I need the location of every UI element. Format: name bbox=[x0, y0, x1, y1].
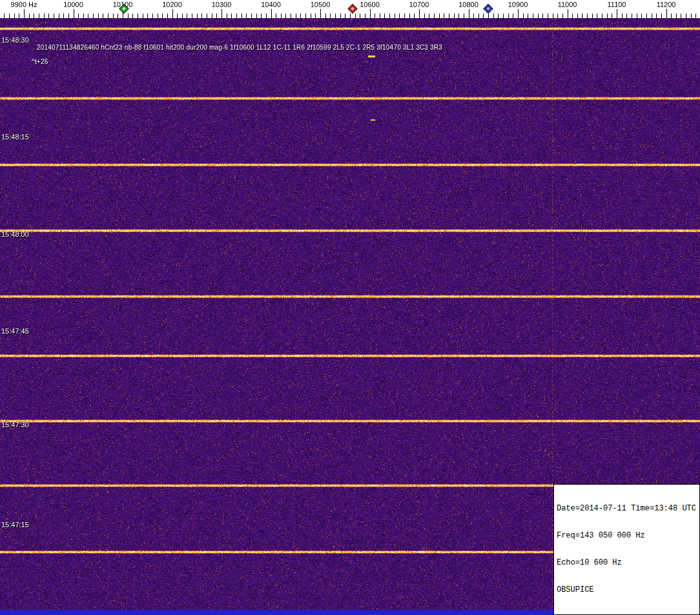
time-tick-label: 15:48:15 bbox=[1, 133, 29, 141]
info-echo: Echo=10 600 Hz bbox=[557, 558, 696, 567]
freq-tick-label: 10000 bbox=[63, 1, 83, 8]
info-date-time: Date=2014-07-11 Time=13:48 UTC bbox=[557, 504, 696, 513]
freq-tick-label: 10600 bbox=[360, 1, 380, 8]
freq-tick-label: 10500 bbox=[311, 1, 331, 8]
freq-tick-label: 10300 bbox=[212, 1, 232, 8]
spectrogram-window: 9900 Hz100001010010200103001040010500106… bbox=[0, 0, 700, 615]
freq-tick-label: 10800 bbox=[458, 1, 479, 8]
time-tick-label: 15:48:30 bbox=[1, 36, 29, 44]
freq-tick-label: 11000 bbox=[558, 1, 577, 8]
freq-tick-label: 10200 bbox=[162, 1, 182, 8]
info-station: OBSUPICE bbox=[557, 585, 696, 594]
time-tick-label: 15:47:30 bbox=[1, 421, 29, 428]
detection-time-offset: ^t+26 bbox=[32, 58, 48, 65]
frequency-ruler[interactable]: 9900 Hz100001010010200103001040010500106… bbox=[0, 0, 700, 18]
freq-tick-label: 10900 bbox=[508, 1, 528, 8]
detection-annotation: 20140711134826460 hCnt23 nb-88 f10601 hi… bbox=[37, 44, 442, 51]
time-tick-label: 15:48:00 bbox=[1, 230, 29, 238]
observation-info-box: Date=2014-07-11 Time=13:48 UTC Freq=143 … bbox=[553, 484, 700, 615]
freq-tick-label: 10700 bbox=[409, 1, 429, 8]
time-tick-label: 15:47:15 bbox=[1, 521, 29, 529]
time-tick-label: 15:47:45 bbox=[1, 327, 29, 335]
freq-tick-label: 10400 bbox=[261, 1, 281, 8]
freq-tick-label: 11200 bbox=[657, 1, 676, 8]
info-frequency: Freq=143 050 000 Hz bbox=[557, 531, 696, 540]
freq-tick-label: 11100 bbox=[608, 1, 626, 8]
freq-tick-label: 9900 Hz bbox=[11, 1, 37, 8]
